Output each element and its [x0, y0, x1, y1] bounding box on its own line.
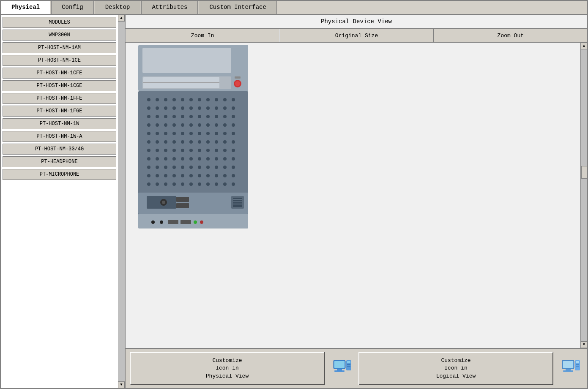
svg-point-114 [198, 174, 201, 177]
svg-point-72 [215, 140, 218, 144]
module-item-header: MODULES [3, 17, 116, 28]
modules-scroll-down-btn[interactable]: ▼ [118, 381, 125, 388]
svg-rect-159 [563, 370, 573, 372]
svg-point-146 [194, 220, 197, 224]
svg-point-99 [164, 166, 167, 169]
module-item-5[interactable]: PT-HOST-NM-1FFE [3, 93, 116, 104]
svg-point-109 [156, 174, 159, 177]
svg-point-24 [181, 106, 184, 110]
module-item-2[interactable]: PT-HOST-NM-1CE [3, 55, 116, 66]
tab-config[interactable]: Config [51, 1, 93, 14]
svg-point-108 [147, 174, 150, 177]
svg-point-125 [198, 182, 201, 186]
modules-scroll-track [118, 22, 125, 381]
svg-point-31 [147, 115, 150, 118]
svg-point-62 [223, 132, 227, 135]
svg-point-117 [223, 174, 227, 177]
svg-rect-161 [576, 361, 579, 363]
svg-point-18 [223, 98, 227, 101]
viewport-scroll-up-btn[interactable]: ▲ [581, 43, 588, 49]
customize-logical-label: Customize Icon in Logical View [436, 357, 476, 380]
svg-rect-140 [176, 203, 189, 208]
svg-rect-145 [181, 220, 191, 224]
svg-point-30 [232, 106, 235, 110]
svg-rect-8 [235, 76, 241, 79]
svg-rect-157 [563, 361, 573, 368]
module-item-1[interactable]: PT-HOST-NM-1AM [3, 42, 116, 53]
modules-scrollbar: ▲ ▼ [118, 15, 125, 388]
svg-point-38 [206, 115, 210, 118]
tab-desktop[interactable]: Desktop [95, 1, 141, 14]
svg-point-74 [232, 140, 235, 144]
svg-point-71 [206, 140, 210, 144]
svg-rect-136 [233, 204, 242, 204]
svg-rect-151 [334, 370, 345, 372]
svg-point-51 [223, 123, 227, 127]
svg-point-83 [215, 149, 218, 152]
tab-attributes[interactable]: Attributes [141, 1, 198, 14]
svg-rect-141 [138, 214, 248, 229]
svg-point-47 [189, 123, 193, 127]
physical-icon-placeholder [329, 356, 354, 381]
svg-point-68 [181, 140, 184, 144]
tab-physical[interactable]: Physical [1, 1, 50, 14]
module-item-0[interactable]: WMP300N [3, 30, 116, 41]
svg-point-7 [235, 81, 240, 86]
svg-point-58 [189, 132, 193, 135]
svg-point-105 [215, 166, 218, 169]
svg-point-73 [223, 140, 227, 144]
viewport-scroll-thumb[interactable] [581, 166, 587, 179]
original-size-button[interactable]: Original Size [279, 29, 433, 42]
svg-point-110 [164, 174, 167, 177]
module-item-11[interactable]: PT-MICROPHONE [3, 169, 116, 180]
svg-point-48 [198, 123, 201, 127]
svg-point-45 [172, 123, 176, 127]
tab-custom-interface[interactable]: Custom Interface [199, 1, 276, 14]
svg-point-35 [181, 115, 184, 118]
module-item-6[interactable]: PT-HOST-NM-1FGE [3, 106, 116, 117]
svg-point-55 [164, 132, 167, 135]
module-item-4[interactable]: PT-HOST-NM-1CGE [3, 80, 116, 91]
svg-point-19 [232, 98, 235, 101]
module-item-10[interactable]: PT-HEADPHONE [3, 156, 116, 167]
customize-logical-view-button[interactable]: Customize Icon in Logical View [358, 352, 553, 385]
svg-point-57 [181, 132, 184, 135]
module-item-8[interactable]: PT-HOST-NM-1W-A [3, 131, 116, 142]
modules-scroll-up-btn[interactable]: ▲ [118, 15, 125, 22]
svg-point-101 [181, 166, 184, 169]
viewport-scroll-down-btn[interactable]: ▼ [581, 341, 588, 348]
svg-point-65 [156, 140, 159, 144]
svg-point-79 [181, 149, 184, 152]
svg-rect-162 [576, 364, 579, 365]
device-panel: Physical Device View Zoom In Original Si… [126, 15, 587, 388]
svg-point-119 [147, 182, 150, 186]
module-item-9[interactable]: PT-HOST-NM-3G/4G [3, 144, 116, 155]
zoom-in-button[interactable]: Zoom In [126, 29, 279, 42]
svg-point-12 [172, 98, 176, 101]
svg-point-41 [232, 115, 235, 118]
svg-point-102 [189, 166, 193, 169]
svg-point-92 [198, 157, 201, 160]
svg-point-126 [206, 182, 210, 186]
svg-point-37 [198, 115, 201, 118]
svg-point-81 [198, 149, 201, 152]
svg-point-10 [156, 98, 159, 101]
svg-point-80 [189, 149, 193, 152]
module-item-7[interactable]: PT-HOST-NM-1W [3, 118, 116, 129]
svg-rect-134 [233, 199, 242, 200]
svg-point-88 [164, 157, 167, 160]
customize-physical-view-button[interactable]: Customize Icon in Physical View [130, 352, 325, 385]
zoom-out-button[interactable]: Zoom Out [434, 29, 587, 42]
svg-point-138 [162, 201, 165, 204]
svg-point-53 [147, 132, 150, 135]
svg-point-147 [200, 220, 203, 224]
svg-point-61 [215, 132, 218, 135]
svg-point-23 [172, 106, 176, 110]
svg-point-112 [181, 174, 184, 177]
svg-point-59 [198, 132, 201, 135]
svg-rect-5 [143, 82, 219, 83]
pc-physical-icon [330, 357, 353, 380]
svg-point-64 [147, 140, 150, 144]
svg-point-86 [147, 157, 150, 160]
module-item-3[interactable]: PT-HOST-NM-1CFE [3, 68, 116, 79]
